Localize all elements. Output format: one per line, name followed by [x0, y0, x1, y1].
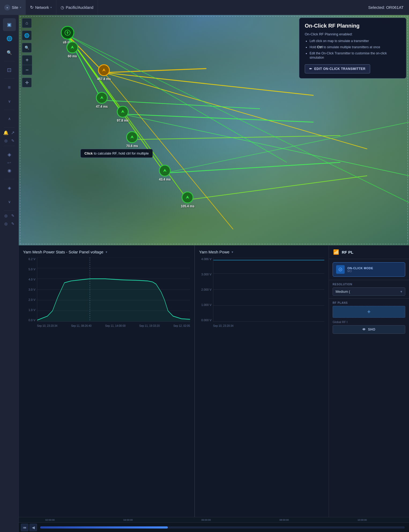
node-4[interactable]: 97.8 ms	[117, 106, 129, 122]
chart-right-x-labels: Sep 10, 23:20:34	[213, 323, 324, 332]
node-7[interactable]: 105.4 ms	[181, 192, 195, 208]
sidebar-icon-edit3[interactable]: ✎	[10, 221, 16, 227]
chart-right-dropdown-icon[interactable]: ▾	[232, 250, 233, 254]
timeline-start-btn[interactable]: ⏮	[21, 524, 28, 531]
clock-icon: ◷	[61, 5, 64, 10]
map-home-btn[interactable]: ⌂	[22, 18, 32, 28]
edit-onclick-transmitter-btn[interactable]: ✏ EDIT ON-CLICK TRANSMITTER	[305, 64, 370, 73]
rf-panel-title: On-Click RF Planning	[305, 23, 401, 29]
node-3[interactable]: 47.4 ms	[96, 92, 108, 108]
sidebar-icon-edit2[interactable]: ✎	[10, 213, 16, 219]
node-1[interactable]: 60 ms	[66, 42, 78, 58]
sidebar-icon-alerts[interactable]: 🔔	[3, 130, 9, 136]
sidebar-icon-chevron-down[interactable]: ∨	[3, 95, 16, 108]
sidebar-icon-link2[interactable]: ◎	[3, 213, 9, 219]
rf-panel-item-2: Hold Ctrl to simulate multiple transmitt…	[310, 45, 401, 50]
map-globe-btn[interactable]: 🌐	[22, 31, 32, 40]
sidebar-icon-eye[interactable]: ◉	[3, 164, 16, 177]
topbar-network-btn[interactable]: ↻ Network ▾	[26, 0, 56, 15]
sidebar-icon-visibility[interactable]: ◈	[3, 148, 16, 161]
map-zoom-out-btn[interactable]: −	[22, 65, 32, 75]
global-rf-label: Global RF I	[333, 320, 405, 324]
sidebar-icon-layers[interactable]: ≡	[3, 81, 16, 94]
timeline-prev-btn[interactable]: ◀	[29, 524, 37, 531]
svg-point-26	[187, 196, 188, 198]
node-1-circle[interactable]	[66, 42, 78, 53]
sidebar-icon-devices[interactable]: ⊡	[3, 63, 16, 76]
timeline-track[interactable]	[40, 526, 405, 529]
tl-label-1: 02:00:00	[45, 519, 55, 521]
timeline-time-labels: 02:00:00 04:00:00 06:00:00 08:00:00 10:0…	[19, 517, 409, 522]
chart-right-svg	[213, 257, 324, 321]
map-area[interactable]: ⌂ 🌐 🔍 + − ✛ ≤6	[19, 15, 409, 245]
sidebar-icon-globe[interactable]: 🌐	[3, 32, 16, 45]
sidebar-divider-7	[4, 210, 15, 211]
topbar-site-label: Site	[12, 5, 18, 10]
node-3-circle[interactable]	[96, 92, 108, 104]
sidebar-icon-export[interactable]: ↗	[10, 130, 16, 136]
node-6-circle[interactable]	[159, 165, 171, 177]
chart-canvas	[37, 257, 190, 322]
sidebar-icon-dashboard[interactable]: ▣	[3, 18, 16, 31]
sidebar-icon-link1[interactable]: ◎	[3, 138, 9, 144]
timeline-fill	[40, 526, 168, 529]
topbar-network-label: Network	[35, 5, 49, 10]
right-chart-panel: Yarn Mesh Powe ▾ 4.086 V 3.000 V 2.000 V…	[195, 245, 329, 532]
add-rf-plan-btn[interactable]: +	[333, 306, 405, 318]
sidebar-icon-chevron-up[interactable]: ∧	[3, 112, 16, 125]
sidebar-icon-search[interactable]: 🔍	[3, 46, 16, 59]
rf-panel-subtitle: On-Click RF Planning enabled:	[305, 32, 401, 36]
topbar-timezone-btn[interactable]: ◷ Pacific/Auckland	[56, 0, 98, 15]
eye-show-icon: 👁	[362, 328, 366, 331]
plus-add-icon: +	[367, 308, 371, 315]
node-2[interactable]: 457.8 ms	[97, 64, 111, 81]
map-crosshair-btn[interactable]: ✛	[22, 78, 32, 87]
chart-right-title-text: Yarn Mesh Powe	[199, 250, 229, 254]
site-dot-icon: ●	[4, 5, 10, 10]
sidebar-icon-link3[interactable]: ◎	[3, 221, 9, 227]
show-btn[interactable]: 👁 SHO	[333, 325, 405, 334]
onc-mode-btn[interactable]: ON-CLICK MODE MO	[333, 262, 405, 277]
selected-device-label: Selected: OR061AT	[368, 5, 409, 10]
ry-label-5: 0.000 V	[199, 319, 213, 322]
map-zoom-in-btn[interactable]: +	[22, 55, 32, 65]
node-2-circle[interactable]	[98, 64, 110, 76]
map-controls: ⌂ 🌐 🔍 + − ✛	[22, 18, 32, 87]
sidebar-icon-collapse2[interactable]: ∨	[3, 195, 16, 208]
node-7-circle[interactable]	[182, 192, 194, 203]
topbar-site-btn[interactable]: ● Site ▾	[0, 0, 26, 15]
node-4-circle[interactable]	[117, 106, 129, 118]
y-label-4: 3.0 V	[23, 288, 37, 291]
rf-panel-item-1: Left click on map to simulate a transmit…	[310, 39, 401, 43]
rf-panel-list: Left click on map to simulate a transmit…	[305, 39, 401, 60]
chart-right-canvas	[213, 257, 324, 322]
map-search-btn[interactable]: 🔍	[22, 43, 32, 53]
svg-point-40	[339, 268, 342, 271]
tl-label-3: 06:00:00	[201, 519, 211, 521]
topbar: ● Site ▾ ↻ Network ▾ ◷ Pacific/Auckland …	[0, 0, 409, 15]
sidebar-icon-edit1[interactable]: ✎	[10, 138, 16, 144]
chart-left-title-text: Yarn Mesh Power Stats - Solar Panel volt…	[23, 250, 103, 254]
topbar-site-caret: ▾	[20, 6, 21, 9]
resolution-select[interactable]: Medium ( ▾	[333, 287, 405, 296]
chart-dropdown-icon[interactable]: ▾	[106, 250, 107, 254]
left-sidebar: ▣ 🌐 🔍 ⊡ ≡ ∨ ∧ 🔔 ↗ ◎ ✎ ◈ al P ◉ ◈ ∨ ◎ ✎ ◎…	[0, 15, 19, 532]
sidebar-icon-filter[interactable]: ◈	[3, 181, 16, 194]
map-click-tooltip: Click to calculate RF, hold ctrl for mul…	[80, 149, 153, 158]
node-6[interactable]: 43.4 ms	[159, 165, 171, 181]
tl-label-4: 08:00:00	[280, 519, 289, 521]
y-label-3: 4.0 V	[23, 278, 37, 281]
svg-point-24	[131, 136, 133, 137]
node-5[interactable]: 70.6 ms	[126, 131, 138, 148]
hub-node-circle[interactable]	[61, 26, 74, 39]
rf-plans-panel: 📶 RF PL ON-CLICK MODE MO RESOLUTION Medi…	[329, 245, 409, 532]
plus-icon: +	[25, 57, 29, 63]
node-5-circle[interactable]	[126, 131, 138, 143]
map-search-icon: 🔍	[25, 46, 29, 50]
onc-mode-subtext: MO	[347, 270, 373, 273]
topbar-network-caret: ▾	[50, 6, 52, 9]
edit-btn-label: EDIT ON-CLICK TRANSMITTER	[314, 67, 366, 71]
rf-plans-header: 📶 RF PL	[329, 245, 409, 259]
sidebar-divider-5	[4, 146, 15, 146]
tl-label-5: 10:00:00	[358, 519, 367, 521]
